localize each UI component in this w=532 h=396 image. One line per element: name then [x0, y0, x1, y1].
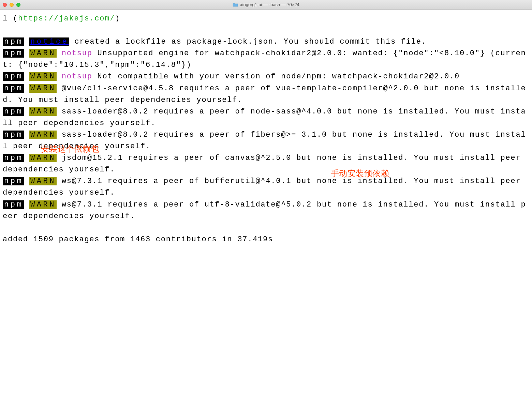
- warn-text-2: Not compatible with your version of node…: [92, 72, 460, 81]
- annotation-install-package: 安装这个依赖包: [41, 142, 99, 155]
- warn-badge: WARN: [29, 84, 57, 93]
- notice-badge: notice: [29, 37, 69, 46]
- titlebar: xingorg1-ui — -bash — 70×24: [0, 0, 532, 10]
- warn-text-4: sass-loader@8.0.2 requires a peer of nod…: [3, 107, 526, 127]
- npm-badge: npm: [3, 49, 24, 58]
- folder-icon: [233, 3, 238, 7]
- window-title: xingorg1-ui — -bash — 70×24: [240, 2, 299, 7]
- jake-url: https://jakejs.com/: [18, 14, 115, 23]
- npm-badge: npm: [3, 107, 24, 116]
- window-title-wrap: xingorg1-ui — -bash — 70×24: [233, 2, 299, 7]
- npm-badge: npm: [3, 177, 24, 185]
- install-summary: added 1509 packages from 1463 contributo…: [3, 235, 273, 244]
- npm-badge: npm: [3, 154, 24, 162]
- url-line-prefix: l (: [3, 14, 18, 23]
- warn-text-7: ws@7.3.1 requires a peer of bufferutil@^…: [3, 177, 526, 197]
- notsup-label: notsup: [62, 49, 92, 58]
- annotation-manual-install: 手动安装预依赖: [331, 167, 389, 180]
- traffic-lights: [3, 3, 20, 7]
- close-icon[interactable]: [3, 3, 7, 7]
- terminal-output[interactable]: l (https://jakejs.com/) npm notice creat…: [0, 10, 532, 272]
- npm-badge: npm: [3, 84, 24, 93]
- warn-badge: WARN: [29, 131, 57, 139]
- warn-badge: WARN: [29, 177, 57, 185]
- npm-badge: npm: [3, 131, 24, 139]
- minimize-icon[interactable]: [10, 3, 14, 7]
- url-line-suffix: ): [115, 14, 120, 23]
- warn-badge: WARN: [29, 72, 57, 81]
- npm-badge: npm: [3, 37, 24, 46]
- warn-text-6: jsdom@15.2.1 requires a peer of canvas@^…: [3, 154, 526, 174]
- npm-badge: npm: [3, 72, 24, 81]
- warn-text-3: @vue/cli-service@4.5.8 requires a peer o…: [3, 84, 526, 104]
- warn-text-8: ws@7.3.1 requires a peer of utf-8-valida…: [3, 200, 526, 220]
- npm-badge: npm: [3, 200, 24, 209]
- warn-badge: WARN: [29, 107, 57, 116]
- warn-badge: WARN: [29, 49, 57, 58]
- notice-text: created a lockfile as package-lock.json.…: [69, 37, 426, 46]
- maximize-icon[interactable]: [16, 3, 20, 7]
- warn-badge: WARN: [29, 200, 57, 209]
- notsup-label: notsup: [62, 72, 92, 81]
